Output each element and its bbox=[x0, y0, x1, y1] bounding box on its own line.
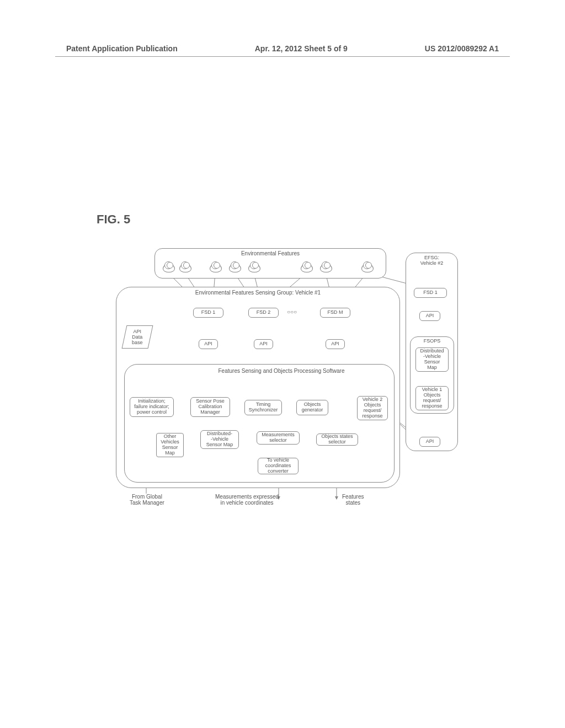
from-gtm-label: From Global Task Manager bbox=[130, 494, 164, 506]
v2-distributed-map-block: Distributed -Vehicle Sensor Map bbox=[415, 347, 449, 372]
fsops-title: Features Sensing and Objects Processing … bbox=[218, 368, 344, 374]
page-header: Patent Application Publication Apr. 12, … bbox=[0, 44, 565, 53]
feature-cloud-icon bbox=[210, 264, 222, 272]
fsd-box: FSD M bbox=[320, 308, 350, 318]
feature-cloud-icon bbox=[301, 264, 313, 272]
features-states-output-label: Features states bbox=[342, 494, 364, 506]
v2-v1-objects-request-block: Vehicle 1 Objects request/ response bbox=[415, 386, 449, 410]
fsd-box: FSD 2 bbox=[248, 308, 279, 318]
ellipsis-icon: ○○○ bbox=[287, 309, 297, 315]
coord-converter-block: To vehicle coordinates converter bbox=[258, 458, 299, 474]
objects-states-selector-block: Objects states selector bbox=[316, 433, 358, 446]
v2-api2-box: API bbox=[419, 437, 440, 447]
fsd-box: FSD 1 bbox=[193, 308, 223, 318]
vehicle1-group-title: Environmental Features Sensing Group: Ve… bbox=[195, 290, 321, 296]
v2-fsd-box: FSD 1 bbox=[414, 288, 447, 298]
v2-api-box: API bbox=[419, 311, 440, 321]
distributed-vehicle-map-block: Distributed- -Vehicle Sensor Map bbox=[200, 430, 239, 449]
feature-cloud-icon bbox=[361, 264, 374, 272]
v2-objects-request-block: Vehicle 2 Objects request/ response bbox=[357, 396, 388, 420]
header-left: Patent Application Publication bbox=[66, 44, 178, 53]
init-block: Initialization; failure indicator; power… bbox=[130, 397, 174, 417]
v2-fsops-title: FSOPS bbox=[424, 339, 441, 344]
feature-cloud-icon bbox=[179, 264, 191, 272]
timing-sync-block: Timing Synchronizer bbox=[244, 400, 282, 415]
feature-cloud-icon bbox=[229, 264, 241, 272]
api-database: API Data base bbox=[122, 325, 153, 349]
feature-cloud-icon bbox=[248, 264, 260, 272]
feature-cloud-icon bbox=[320, 264, 332, 272]
measurements-output-label: Measurements expressed in vehicle coordi… bbox=[215, 494, 279, 506]
api-box: API bbox=[199, 339, 218, 349]
header-right: US 2012/0089292 A1 bbox=[425, 44, 499, 53]
other-vehicles-map-block: Other Vehicles Sensor Map bbox=[156, 433, 184, 457]
figure-label: FIG. 5 bbox=[97, 212, 130, 227]
objects-generator-block: Objects generator bbox=[296, 400, 328, 415]
header-center: Apr. 12, 2012 Sheet 5 of 9 bbox=[255, 44, 348, 53]
api-box: API bbox=[326, 339, 345, 349]
measurements-selector-block: Measurements selector bbox=[257, 431, 300, 445]
api-box: API bbox=[254, 339, 273, 349]
feature-cloud-icon bbox=[163, 264, 175, 272]
vehicle2-title: EFSG: Vehicle #2 bbox=[420, 255, 444, 266]
figure-diagram: Environmental Features Environmental Fea… bbox=[97, 248, 483, 524]
header-rule bbox=[55, 56, 510, 57]
env-features-title: Environmental Features bbox=[241, 250, 300, 256]
pose-calibration-block: Sensor Pose Calibration Manager bbox=[190, 397, 230, 417]
